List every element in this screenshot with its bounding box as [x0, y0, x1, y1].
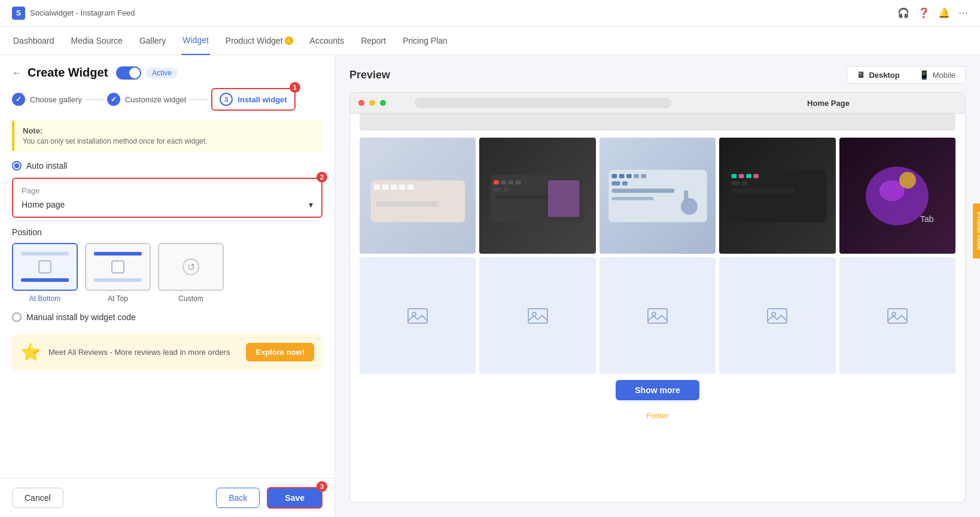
browser-dot-red	[358, 100, 364, 106]
footer-text: Footer	[360, 406, 955, 422]
keyboard-img-3	[605, 144, 710, 248]
svg-rect-42	[408, 309, 427, 323]
auto-install-radio-dot	[12, 161, 22, 171]
image-cell-2	[479, 138, 595, 254]
svg-rect-23	[641, 174, 646, 178]
browser-nav-bar	[360, 114, 955, 130]
position-top-label: At Top	[85, 294, 151, 303]
nav-report[interactable]: Report	[360, 26, 387, 55]
more-icon[interactable]: ⋯	[958, 7, 968, 19]
svg-rect-31	[731, 174, 736, 178]
nav-product-widget[interactable]: Product Widget ⭐	[224, 26, 294, 55]
explore-now-button[interactable]: Explore now!	[246, 343, 314, 361]
position-at-top[interactable]: At Top	[85, 243, 151, 303]
nav-media-source[interactable]: Media Source	[70, 26, 124, 55]
save-button[interactable]: Save 3	[267, 487, 322, 509]
keyboard-img-4	[725, 144, 830, 248]
svg-rect-1	[374, 184, 380, 190]
step-3-box[interactable]: 3 Install widget 1	[211, 88, 295, 111]
browser-mockup: Home Page	[349, 92, 966, 503]
image-cell-1	[360, 138, 476, 254]
svg-text:Tab: Tab	[920, 214, 934, 224]
save-red-badge: 3	[316, 481, 327, 492]
desktop-icon: 🖥	[857, 70, 865, 80]
position-bottom-preview	[12, 243, 78, 291]
app-title: Socialwidget - Instagram Feed	[30, 8, 135, 17]
note-title: Note:	[23, 126, 314, 135]
svg-rect-29	[684, 190, 688, 203]
step-3-red-badge: 1	[290, 82, 300, 93]
svg-rect-44	[528, 309, 547, 323]
svg-rect-24	[611, 181, 620, 185]
page-selector-box: Page Home page ▾ 2	[12, 178, 322, 218]
image-cell-3	[599, 138, 716, 254]
pos-bar-top-2	[94, 278, 142, 282]
toggle-knob	[129, 68, 140, 78]
nav-widget[interactable]: Widget	[181, 26, 210, 55]
svg-point-40	[899, 172, 916, 188]
promo-code-tab[interactable]: Promo code	[973, 203, 980, 258]
help-icon[interactable]: ❓	[918, 7, 930, 19]
show-more-button[interactable]: Show more	[616, 380, 699, 400]
pos-bar-active	[21, 278, 69, 282]
position-grid: At Bottom At Top ↺ Custom	[12, 243, 322, 303]
placeholder-cell-4	[719, 257, 835, 373]
page-select-dropdown[interactable]: Home page ▾	[22, 200, 313, 209]
pos-bar-1	[21, 252, 69, 256]
position-custom-preview: ↺	[158, 243, 224, 291]
keyboard-img-1	[366, 144, 470, 248]
svg-rect-17	[548, 180, 579, 217]
svg-rect-21	[626, 174, 632, 178]
active-toggle[interactable]	[116, 66, 141, 80]
browser-bar: Home Page	[350, 93, 965, 114]
browser-dot-green	[380, 100, 386, 106]
svg-rect-20	[619, 174, 624, 178]
back-button[interactable]: Back	[216, 488, 260, 508]
page-select-value: Home page	[22, 200, 65, 209]
left-panel: ← Create Widget Active Choose gallery Cu…	[0, 55, 335, 517]
view-toggle: 🖥 Desktop 📱 Mobile	[847, 66, 966, 84]
footer-left-buttons: Cancel	[12, 488, 63, 508]
step-2[interactable]: Customize widget	[107, 93, 187, 106]
svg-point-49	[772, 312, 775, 316]
desktop-view-button[interactable]: 🖥 Desktop	[847, 66, 909, 83]
step-1-label: Choose gallery	[30, 95, 82, 104]
nav-pricing-plan[interactable]: Pricing Plan	[401, 26, 449, 55]
chevron-down-icon: ▾	[309, 200, 313, 209]
main-content: ← Create Widget Active Choose gallery Cu…	[0, 55, 980, 517]
mobile-icon: 📱	[919, 70, 929, 80]
right-panel: Preview 🖥 Desktop 📱 Mobile	[335, 55, 980, 517]
position-custom[interactable]: ↺ Custom	[158, 243, 224, 303]
svg-rect-16	[496, 194, 553, 199]
nav-dashboard[interactable]: Dashboard	[12, 26, 56, 55]
browser-dot-yellow	[369, 100, 375, 106]
svg-rect-32	[739, 174, 744, 178]
pos-icon-top	[111, 260, 124, 273]
svg-rect-6	[374, 193, 382, 198]
back-arrow-icon[interactable]: ←	[12, 68, 22, 78]
mobile-view-button[interactable]: 📱 Mobile	[909, 66, 965, 83]
browser-page-title: Home Page	[700, 99, 957, 108]
svg-rect-25	[622, 181, 628, 185]
step-3-circle: 3	[220, 93, 233, 106]
step-1[interactable]: Choose gallery	[12, 93, 82, 106]
position-custom-label: Custom	[158, 294, 224, 303]
auto-install-section: Auto install Page Home page ▾ 2 Position	[0, 161, 334, 332]
panel-header: ← Create Widget Active	[0, 55, 334, 88]
auto-install-radio[interactable]: Auto install	[12, 161, 322, 171]
headphone-icon[interactable]: 🎧	[897, 7, 909, 19]
page-title: Create Widget	[28, 66, 108, 80]
steps-bar: Choose gallery Customize widget 3 Instal…	[0, 88, 334, 120]
step-3-label: Install widget	[238, 95, 287, 104]
bell-icon[interactable]: 🔔	[938, 7, 950, 19]
placeholder-cell-2	[479, 257, 595, 373]
cancel-button[interactable]: Cancel	[12, 488, 63, 508]
placeholder-icon-2	[526, 304, 550, 328]
nav-bar: Dashboard Media Source Gallery Widget Pr…	[0, 26, 980, 55]
nav-accounts[interactable]: Accounts	[309, 26, 346, 55]
auto-install-label: Auto install	[26, 161, 67, 171]
svg-rect-19	[611, 174, 617, 178]
nav-gallery[interactable]: Gallery	[138, 26, 167, 55]
position-at-bottom[interactable]: At Bottom	[12, 243, 78, 303]
manual-install-radio[interactable]: Manual install by widget code	[12, 312, 322, 322]
